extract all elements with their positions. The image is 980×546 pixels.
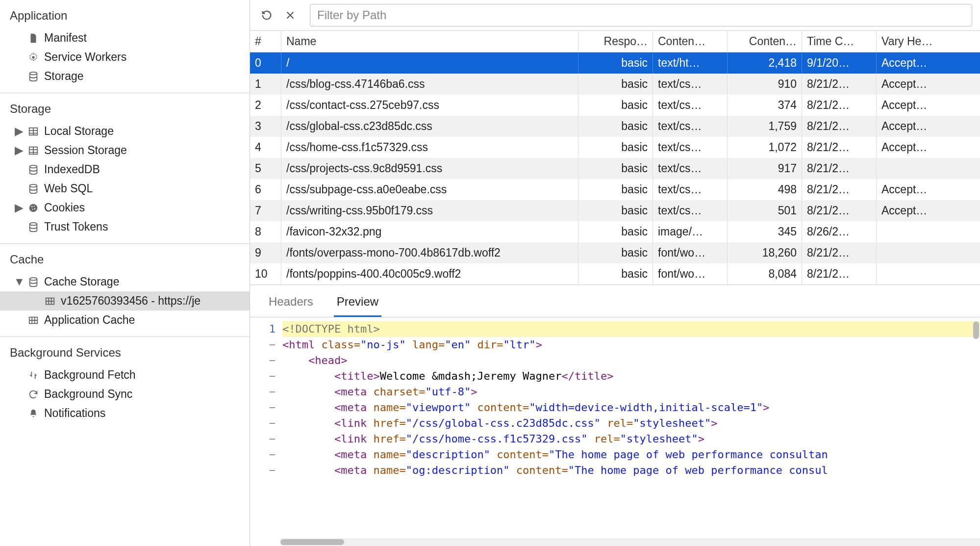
sidebar-item[interactable]: Storage xyxy=(0,67,250,86)
chevron-down-icon[interactable]: ▼ xyxy=(14,275,25,288)
code-line[interactable]: <meta name="og:description" content="The… xyxy=(282,463,980,478)
sidebar-item[interactable]: v1625760393456 - https://je xyxy=(0,291,250,311)
code-line[interactable]: <html class="no-js" lang="en" dir="ltr"> xyxy=(282,337,980,353)
svg-point-9 xyxy=(32,208,33,209)
sidebar-item-label: Trust Tokens xyxy=(44,220,108,234)
cell-resp: basic xyxy=(578,137,653,158)
cell-resp: basic xyxy=(578,158,653,179)
gutter-line[interactable]: − xyxy=(250,431,276,447)
table-row[interactable]: 3/css/global-css.c23d85dc.cssbasictext/c… xyxy=(250,116,980,137)
cell-time: 8/21/2… xyxy=(802,95,877,116)
sidebar-item-label: Session Storage xyxy=(44,144,127,157)
sidebar-item-label: Storage xyxy=(44,70,84,83)
table-row[interactable]: 4/css/home-css.f1c57329.cssbasictext/cs…… xyxy=(250,137,980,158)
table-row[interactable]: 5/css/projects-css.9c8d9591.cssbasictext… xyxy=(250,158,980,179)
sidebar-item[interactable]: ▶Session Storage xyxy=(0,141,250,160)
tab-preview[interactable]: Preview xyxy=(334,292,381,317)
chevron-right-icon[interactable]: ▶ xyxy=(14,201,25,214)
table-row[interactable]: 7/css/writing-css.95b0f179.cssbasictext/… xyxy=(250,200,980,221)
sidebar-item-label: Notifications xyxy=(44,407,105,420)
table-row[interactable]: 9/fonts/overpass-mono-700.4b8617db.woff2… xyxy=(250,242,980,263)
code-line[interactable]: <head> xyxy=(282,353,980,368)
table-row[interactable]: 10/fonts/poppins-400.40c005c9.woff2basic… xyxy=(250,263,980,285)
refresh-button[interactable] xyxy=(257,5,276,25)
cell-name: /css/writing-css.95b0f179.css xyxy=(281,200,578,221)
table-row[interactable]: 8/favicon-32x32.pngbasicimage/…3458/26/2… xyxy=(250,221,980,242)
cell-index: 5 xyxy=(250,158,281,179)
gutter-line[interactable]: − xyxy=(250,337,276,353)
cell-time: 8/21/2… xyxy=(802,242,877,263)
code-line[interactable]: <link href="/css/global-css.c23d85dc.css… xyxy=(282,416,980,431)
filter-input[interactable]: Filter by Path xyxy=(310,4,972,26)
code-line[interactable]: <link href="/css/home-css.f1c57329.css" … xyxy=(282,431,980,447)
gutter-line[interactable]: − xyxy=(250,368,276,384)
sidebar-item[interactable]: Application Cache xyxy=(0,311,250,330)
delete-button[interactable] xyxy=(280,5,300,25)
table-row[interactable]: 2/css/contact-css.275ceb97.cssbasictext/… xyxy=(250,95,980,116)
cell-vary xyxy=(877,242,980,263)
gutter-line[interactable]: − xyxy=(250,416,276,431)
column-header-vary[interactable]: Vary He… xyxy=(877,31,980,52)
table-row[interactable]: 0/basictext/ht…2,4189/1/20…Accept… xyxy=(250,52,980,74)
cell-vary xyxy=(877,158,980,179)
sidebar-item[interactable]: IndexedDB xyxy=(0,160,250,179)
code-line[interactable]: <title>Welcome &mdash;Jeremy Wagner</tit… xyxy=(282,368,980,384)
sidebar-item[interactable]: Trust Tokens xyxy=(0,217,250,236)
horizontal-scrollbar[interactable] xyxy=(280,538,980,546)
column-header-resp[interactable]: Respo… xyxy=(578,31,653,52)
cell-name: /css/projects-css.9c8d9591.css xyxy=(281,158,578,179)
sidebar-item[interactable]: Background Sync xyxy=(0,385,250,404)
horizontal-scrollbar-thumb[interactable] xyxy=(280,539,344,545)
sidebar-item[interactable]: Notifications xyxy=(0,404,250,423)
cell-time: 8/21/2… xyxy=(802,263,877,285)
code-gutter: 1−−−−−−−−− xyxy=(250,317,280,546)
cell-ctype: text/cs… xyxy=(653,74,728,95)
cell-resp: basic xyxy=(578,221,653,242)
sidebar-item[interactable]: Service Workers xyxy=(0,48,250,67)
storage-icon xyxy=(26,164,40,175)
gutter-line[interactable]: − xyxy=(250,447,276,463)
chevron-right-icon[interactable]: ▶ xyxy=(14,144,25,157)
cell-time: 8/21/2… xyxy=(802,116,877,137)
cell-clen: 498 xyxy=(728,179,802,200)
code-body[interactable]: <!DOCTYPE html><html class="no-js" lang=… xyxy=(280,317,980,546)
gutter-line[interactable]: 1 xyxy=(250,321,276,337)
code-line[interactable]: <!DOCTYPE html> xyxy=(282,321,980,337)
chevron-right-icon[interactable]: ▶ xyxy=(14,125,25,138)
column-header-clen[interactable]: Conten… xyxy=(728,31,802,52)
code-line[interactable]: <meta charset="utf-8"> xyxy=(282,384,980,400)
sidebar-item-label: IndexedDB xyxy=(44,163,100,176)
cell-vary: Accept… xyxy=(877,52,980,74)
svg-point-5 xyxy=(30,184,37,187)
table-row[interactable]: 1/css/blog-css.47146ba6.cssbasictext/cs…… xyxy=(250,74,980,95)
sidebar-item[interactable]: ▶Cookies xyxy=(0,198,250,217)
cell-resp: basic xyxy=(578,263,653,285)
tab-headers[interactable]: Headers xyxy=(266,292,316,317)
cell-vary: Accept… xyxy=(877,116,980,137)
gutter-line[interactable]: − xyxy=(250,463,276,478)
cell-resp: basic xyxy=(578,179,653,200)
sidebar-item[interactable]: Background Fetch xyxy=(0,365,250,385)
sidebar-item[interactable]: ▼Cache Storage xyxy=(0,272,250,291)
code-line[interactable]: <meta name="viewport" content="width=dev… xyxy=(282,400,980,416)
column-header-time[interactable]: Time C… xyxy=(802,31,877,52)
fetch-icon xyxy=(26,370,40,381)
sidebar-item[interactable]: ▶Local Storage xyxy=(0,122,250,141)
code-line[interactable]: <meta name="description" content="The ho… xyxy=(282,447,980,463)
gutter-line[interactable]: − xyxy=(250,384,276,400)
vertical-scrollbar-thumb[interactable] xyxy=(973,321,979,339)
sidebar-item[interactable]: Manifest xyxy=(0,28,250,48)
gutter-line[interactable]: − xyxy=(250,353,276,368)
gutter-line[interactable]: − xyxy=(250,400,276,416)
cell-resp: basic xyxy=(578,95,653,116)
column-header-ctype[interactable]: Conten… xyxy=(653,31,728,52)
sidebar-item-label: Service Workers xyxy=(44,51,126,64)
column-header-index[interactable]: # xyxy=(250,31,281,52)
svg-point-1 xyxy=(30,72,37,75)
column-header-name[interactable]: Name xyxy=(281,31,578,52)
storage-icon xyxy=(26,71,40,82)
table-row[interactable]: 6/css/subpage-css.a0e0eabe.cssbasictext/… xyxy=(250,179,980,200)
sidebar-item-label: Application Cache xyxy=(44,313,135,327)
cell-ctype: text/cs… xyxy=(653,95,728,116)
sidebar-item[interactable]: Web SQL xyxy=(0,179,250,198)
